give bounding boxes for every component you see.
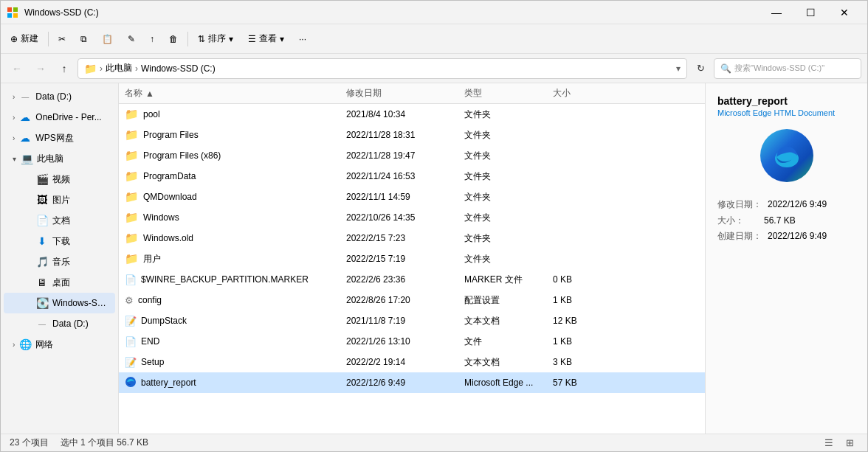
cell-date: 2022/11/24 16:53 — [346, 171, 464, 181]
table-row[interactable]: ⚙ config 2022/8/26 17:20 配置设置 1 KB — [119, 290, 705, 310]
file-name: Setup — [141, 357, 164, 367]
cell-type: 文件夹 — [464, 232, 553, 245]
maximize-button[interactable]: ☐ — [793, 1, 827, 24]
forward-button[interactable]: → — [30, 58, 51, 79]
table-row[interactable]: 📄 END 2022/1/26 13:10 文件 1 KB — [119, 331, 705, 352]
more-button[interactable]: ··· — [292, 27, 313, 51]
preview-subtitle: Microsoft Edge HTML Document — [717, 108, 835, 117]
sidebar-label-10: Windows-SSD — [52, 298, 109, 308]
sidebar-item-4[interactable]: 🎬 视频 — [4, 169, 115, 190]
sidebar-item-8[interactable]: 🎵 音乐 — [4, 251, 115, 272]
table-row[interactable]: 📁 pool 2021/8/4 10:34 文件夹 — [119, 104, 705, 125]
col-header-date: 修改日期 — [346, 87, 464, 100]
table-row[interactable]: 📁 Program Files 2022/11/28 18:31 文件夹 — [119, 125, 705, 145]
table-row[interactable]: 📝 Setup 2022/2/2 19:14 文本文档 3 KB — [119, 352, 705, 372]
main-area: › — Data (D:) › ☁ OneDrive - Per... › ☁ … — [1, 83, 867, 434]
meta-modified-value: 2022/12/6 9:49 — [768, 197, 827, 213]
cell-date: 2022/10/26 14:35 — [346, 212, 464, 223]
sort-chevron-icon: ▾ — [229, 34, 233, 44]
delete-button[interactable]: 🗑 — [162, 27, 185, 51]
sidebar-icon-0: — — [19, 91, 31, 102]
folder-icon: 📁 — [125, 149, 139, 162]
expand-icon: › — [13, 93, 15, 101]
file-name: config — [138, 295, 162, 305]
sort-button[interactable]: ⇅ 排序 ▾ — [191, 27, 240, 51]
view-chevron-icon: ▾ — [280, 34, 284, 44]
back-button[interactable]: ← — [7, 58, 27, 79]
edge-big-icon — [760, 129, 813, 182]
sidebar-item-10[interactable]: 💽 Windows-SSD — [4, 293, 115, 313]
sidebar-icon-3: 💻 — [21, 153, 32, 164]
cell-name: 📁 用户 — [125, 252, 346, 265]
cell-date: 2022/12/6 9:49 — [346, 378, 464, 388]
table-row[interactable]: 📁 Windows.old 2022/2/15 7:23 文件夹 — [119, 228, 705, 248]
file-name: QMDownload — [143, 192, 197, 202]
cell-type: 文件夹 — [464, 108, 553, 121]
svg-point-4 — [125, 377, 136, 387]
cell-type: 配置设置 — [464, 294, 553, 307]
breadcrumb-computer[interactable]: 此电脑 — [106, 62, 132, 74]
toolbar: ⊕ 新建 ✂ ⧉ 📋 ✎ ↑ 🗑 ⇅ 排序 ▾ ☰ 查看 ▾ — [1, 24, 867, 54]
meta-size-value: 56.7 KB — [764, 213, 796, 229]
sidebar-label-3: 此电脑 — [37, 153, 109, 165]
table-row[interactable]: battery_report 2022/12/6 9:49 Microsoft … — [119, 372, 705, 393]
col-header-type: 类型 — [464, 87, 553, 100]
table-row[interactable]: 📁 用户 2022/2/15 7:19 文件夹 — [119, 248, 705, 269]
table-row[interactable]: 📁 Windows 2022/10/26 14:35 文件夹 — [119, 207, 705, 228]
meta-created-value: 2022/12/6 9:49 — [768, 229, 827, 245]
sidebar-item-12[interactable]: › 🌐 网络 — [4, 334, 115, 355]
list-view-button[interactable]: ☰ — [820, 434, 838, 452]
up-button[interactable]: ↑ — [54, 58, 75, 79]
table-row[interactable]: 📄 $WINRE_BACKUP_PARTITION.MARKER 2022/2/… — [119, 269, 705, 290]
grid-view-button[interactable]: ⊞ — [841, 434, 858, 452]
preview-meta: 修改日期： 2022/12/6 9:49 大小： 56.7 KB 创建日期： 2… — [717, 197, 827, 245]
folder-icon: 📁 — [84, 63, 97, 74]
sidebar-label-11: Data (D:) — [52, 319, 109, 329]
rename-button[interactable]: ✎ — [121, 27, 142, 51]
cut-button[interactable]: ✂ — [52, 27, 72, 51]
sidebar-item-9[interactable]: 🖥 桌面 — [4, 272, 115, 293]
table-row[interactable]: 📝 DumpStack 2021/11/8 7:19 文本文档 12 KB — [119, 310, 705, 331]
breadcrumb-drive[interactable]: Windows-SSD (C:) — [141, 63, 216, 74]
file-name: $WINRE_BACKUP_PARTITION.MARKER — [141, 274, 309, 285]
share-icon: ↑ — [150, 34, 154, 44]
sort-arrow-icon: ▲ — [145, 88, 154, 99]
meta-modified-row: 修改日期： 2022/12/6 9:49 — [717, 197, 827, 213]
sidebar-icon-2: ☁ — [19, 132, 31, 144]
minimize-button[interactable]: — — [760, 1, 793, 24]
address-bar[interactable]: 📁 › 此电脑 › Windows-SSD (C:) ▾ — [78, 58, 687, 79]
view-button[interactable]: ☰ 查看 ▾ — [241, 27, 291, 51]
address-bar-row: ← → ↑ 📁 › 此电脑 › Windows-SSD (C:) ▾ ↻ 🔍 搜… — [1, 54, 867, 83]
new-button[interactable]: ⊕ 新建 — [4, 27, 45, 51]
status-bar: 23 个项目 选中 1 个项目 56.7 KB ☰ ⊞ — [1, 434, 867, 451]
share-button[interactable]: ↑ — [143, 27, 161, 51]
rename-icon: ✎ — [128, 34, 135, 44]
svg-rect-3 — [13, 13, 18, 18]
close-button[interactable]: ✕ — [827, 1, 861, 24]
status-total: 23 个项目 — [10, 437, 49, 449]
sidebar-item-1[interactable]: › ☁ OneDrive - Per... — [4, 107, 115, 128]
window-title: Windows-SSD (C:) — [24, 7, 760, 18]
sidebar-item-11[interactable]: — Data (D:) — [4, 313, 115, 334]
sidebar-item-7[interactable]: ⬇ 下载 — [4, 231, 115, 251]
address-chevron-icon[interactable]: ▾ — [676, 63, 681, 74]
table-row[interactable]: 📁 Program Files (x86) 2022/11/28 19:47 文… — [119, 145, 705, 166]
sort-icon: ⇅ — [198, 34, 205, 44]
sidebar-item-2[interactable]: › ☁ WPS网盘 — [4, 128, 115, 148]
refresh-button[interactable]: ↻ — [690, 58, 711, 79]
col-header-name[interactable]: 名称 ▲ — [125, 87, 346, 100]
table-row[interactable]: 📁 QMDownload 2022/11/1 14:59 文件夹 — [119, 187, 705, 207]
sidebar-item-0[interactable]: › — Data (D:) — [4, 86, 115, 107]
cell-date: 2022/11/1 14:59 — [346, 192, 464, 202]
sidebar-item-3[interactable]: ▾ 💻 此电脑 — [4, 148, 115, 169]
cell-date: 2022/8/26 17:20 — [346, 295, 464, 305]
toolbar-separator-1 — [48, 32, 49, 46]
sidebar-item-5[interactable]: 🖼 图片 — [4, 190, 115, 210]
search-box[interactable]: 🔍 搜索"Windows-SSD (C:)" — [714, 58, 861, 79]
table-row[interactable]: 📁 ProgramData 2022/11/24 16:53 文件夹 — [119, 166, 705, 187]
paste-button[interactable]: 📋 — [95, 27, 120, 51]
cell-name: 📁 Program Files — [125, 128, 346, 142]
sidebar-item-6[interactable]: 📄 文档 — [4, 210, 115, 231]
cell-date: 2022/11/28 18:31 — [346, 130, 464, 140]
copy-button[interactable]: ⧉ — [74, 27, 94, 51]
